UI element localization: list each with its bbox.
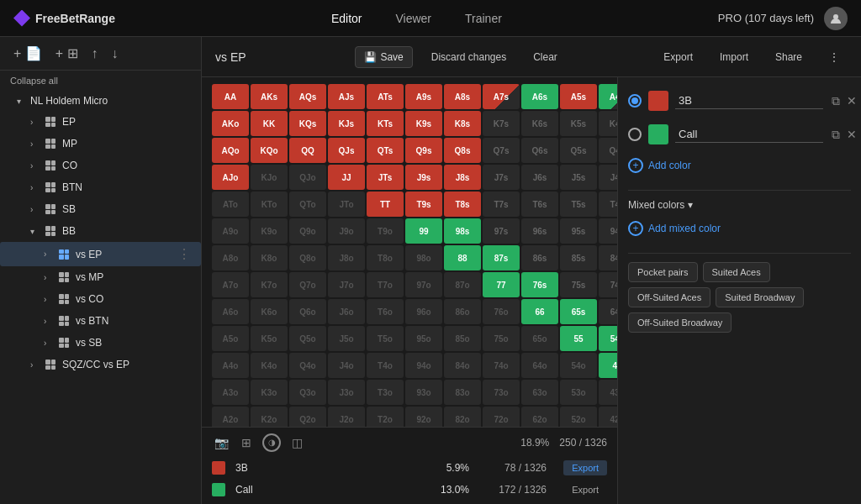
grid-cell[interactable]: ATo [212,192,249,217]
sidebar-item-nl-holdem-micro[interactable]: ▾ NL Holdem Micro [0,91,201,111]
sidebar-item-vs-mp[interactable]: › vs MP [0,266,201,288]
grid-cell[interactable]: A7o [212,272,249,297]
grid-cell[interactable]: Q8s [444,138,481,163]
grid-cell[interactable]: 53o [560,380,597,405]
grid-cell[interactable]: K6o [251,299,288,324]
grid-cell[interactable]: Q5s [560,138,597,163]
save-button[interactable]: 💾 Save [355,46,412,68]
grid-cell[interactable]: AQs [289,84,326,109]
grid-cell[interactable]: 96o [405,299,442,324]
grid-cell[interactable]: KQs [289,111,326,136]
legend-export-call[interactable]: Export [557,482,607,497]
grid-cell[interactable]: 85o [444,326,481,351]
grid-cell[interactable]: K9s [405,111,442,136]
grid-cell[interactable]: A7s [483,84,520,109]
grid-cell[interactable]: 54s [599,326,617,351]
grid-cell[interactable]: J7o [328,272,365,297]
grid-cell[interactable]: K6s [521,111,558,136]
grid-cell[interactable]: 42o [599,407,617,427]
grid-cell[interactable]: K4o [251,353,288,378]
grid-cell[interactable]: KK [251,111,288,136]
grid-cell[interactable]: 99 [405,218,442,244]
grid-cell[interactable]: 94o [405,353,442,378]
grid-cell[interactable]: ATs [367,84,404,109]
grid-cell[interactable]: 84s [599,245,617,270]
grid-cell[interactable]: K7s [483,111,520,136]
grid-cell[interactable]: 75s [560,272,597,297]
grid-cell[interactable]: K4s [599,111,617,136]
share-button[interactable]: Share [767,47,811,67]
grid-cell[interactable]: J4s [599,165,617,190]
filter-suited-broadway[interactable]: Suited Broadway [716,287,804,307]
grid-cell[interactable]: QJs [328,138,365,163]
grid-cell[interactable]: T4o [367,353,404,378]
grid-cell[interactable]: A2o [212,407,249,427]
grid-cell[interactable]: 65o [521,326,558,351]
grid-cell[interactable]: Q5o [289,326,326,351]
grid-cell[interactable]: AKo [212,111,249,136]
grid-cell[interactable]: JJ [328,165,365,190]
nav-editor[interactable]: Editor [325,8,369,29]
sidebar-item-bb[interactable]: ▾ BB [0,220,201,242]
grid-cell[interactable]: 76s [521,272,558,297]
delete-3b-button[interactable]: ✕ [845,92,858,110]
grid-cell[interactable]: A4s [599,84,617,109]
grid-cell[interactable]: 54o [560,353,597,378]
grid-cell[interactable]: 55 [560,326,597,351]
grid-cell[interactable]: 82o [444,407,481,427]
sidebar-item-sqzcc[interactable]: › SQZ/CC vs EP [0,354,201,375]
grid-cell[interactable]: JTo [328,192,365,217]
grid-cell[interactable]: K5s [560,111,597,136]
grid-cell[interactable]: AA [212,84,249,109]
grid-cell[interactable]: J6s [521,165,558,190]
grid-cell[interactable]: QQ [289,138,326,163]
grid-cell[interactable]: A9o [212,218,249,244]
grid-cell[interactable]: KTo [251,192,288,217]
grid-cell[interactable]: 98o [405,245,442,270]
filter-suited-aces[interactable]: Suited Aces [703,262,770,282]
filter-offsuited-broadway[interactable]: Off-Suited Broadway [628,312,732,333]
add-file-button[interactable]: + 📄 [10,44,45,63]
grid-cell[interactable]: J9s [405,165,442,190]
user-avatar[interactable] [824,7,848,30]
grid-cell[interactable]: Q9o [289,218,326,244]
mixed-colors-header[interactable]: Mixed colors ▾ [628,199,851,211]
grid-cell[interactable]: T4s [599,192,617,217]
grid-cell[interactable]: T6s [521,192,558,217]
table-icon[interactable]: ⊞ [237,433,256,452]
copy-call-button[interactable]: ⧉ [830,126,842,144]
export-button[interactable]: Export [655,47,701,67]
context-menu-dots[interactable]: ⋮ [177,246,191,262]
discard-button[interactable]: Discard changes [423,47,515,67]
grid-cell[interactable]: T9o [367,218,404,244]
grid-cell[interactable]: 72o [483,407,520,427]
radio-3b[interactable] [628,94,642,108]
grid-cell[interactable]: 95s [560,218,597,244]
add-color-button[interactable]: + Add color [628,155,851,176]
export-3b-button[interactable]: Export [563,460,607,475]
grid-cell[interactable]: Q6o [289,299,326,324]
grid-cell[interactable]: 62o [521,407,558,427]
sidebar-item-sb[interactable]: › SB [0,198,201,220]
grid-cell[interactable]: J5s [560,165,597,190]
sidebar-item-vs-co[interactable]: › vs CO [0,288,201,310]
grid-cell[interactable]: J8o [328,245,365,270]
grid-cell[interactable]: A6s [521,84,558,109]
grid-cell[interactable]: KJs [328,111,365,136]
grid-cell[interactable]: QTo [289,192,326,217]
grid-cell[interactable]: 86s [521,245,558,270]
grid-cell[interactable]: 98s [444,218,481,244]
filter-offsuited-aces[interactable]: Off-Suited Aces [628,287,710,307]
more-button[interactable]: ⋮ [821,47,848,67]
sidebar-item-ep[interactable]: › EP [0,111,201,133]
grid-cell[interactable]: K5o [251,326,288,351]
grid-cell[interactable]: K3o [251,380,288,405]
move-down-button[interactable]: ↓ [108,45,122,63]
delete-call-button[interactable]: ✕ [845,126,858,144]
grid-cell[interactable]: Q7o [289,272,326,297]
grid-cell[interactable]: J9o [328,218,365,244]
grid-cell[interactable]: 66 [521,299,558,324]
grid-cell[interactable]: A9s [405,84,442,109]
grid-cell[interactable]: 64o [521,353,558,378]
grid-cell[interactable]: T5s [560,192,597,217]
